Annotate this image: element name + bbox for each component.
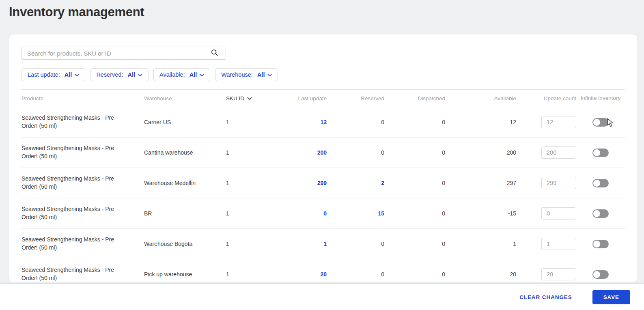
infinite-inventory-toggle[interactable]	[592, 240, 609, 248]
sku-id: 1	[226, 210, 279, 217]
infinite-inventory-toggle[interactable]	[592, 209, 609, 218]
filter-label: Available:	[159, 71, 187, 78]
reserved-value: 15	[327, 210, 384, 217]
reserved-value: 0	[327, 149, 384, 156]
reserved-value: 0	[327, 271, 384, 278]
toggle-knob	[593, 119, 600, 126]
warehouse-name: Warehouse Medellin	[144, 180, 226, 186]
search-button[interactable]	[203, 47, 226, 59]
reserved-value: 2	[327, 180, 384, 186]
product-name: Seaweed Strengthening Masks - Pre Order!…	[22, 205, 144, 221]
table-row: Seaweed Strengthening Masks - Pre Order!…	[22, 168, 625, 198]
warehouse-name: Carrier US	[144, 119, 226, 125]
last-update-value: 0	[279, 210, 327, 217]
dispatched-value: 0	[384, 119, 445, 125]
toggle-knob	[593, 210, 600, 217]
dispatched-value: 0	[384, 149, 445, 156]
table-row: Seaweed Strengthening Masks - Pre Order!…	[22, 138, 625, 168]
filter-label: Last update:	[28, 71, 62, 78]
update-count-input[interactable]	[541, 207, 576, 220]
table-body: Seaweed Strengthening Masks - Pre Order!…	[22, 107, 625, 282]
table-row: Seaweed Strengthening Masks - Pre Order!…	[22, 107, 625, 138]
page-title: Inventory management	[0, 0, 644, 19]
available-value: 12	[445, 119, 516, 125]
search-icon	[211, 49, 218, 57]
product-name: Seaweed Strengthening Masks - Pre Order!…	[22, 175, 144, 191]
column-header-last-update[interactable]: Last update	[279, 95, 327, 101]
last-update-value: 12	[279, 119, 327, 125]
product-name: Seaweed Strengthening Masks - Pre Order!…	[22, 114, 144, 130]
filter-label: Warehouse:	[221, 71, 254, 78]
toggle-knob	[593, 271, 600, 278]
table-row: Seaweed Strengthening Masks - Pre Order!…	[22, 259, 625, 282]
update-count-input[interactable]	[541, 177, 576, 189]
warehouse-name: Cantina warehouse	[144, 149, 226, 156]
filter-value: All	[257, 71, 265, 78]
sku-id: 1	[226, 241, 279, 247]
filter-bar: Last update: All Reserved: All Available…	[22, 68, 625, 81]
warehouse-name: Pick up warehouse	[144, 271, 226, 278]
filter-dropdown-last-update[interactable]: Last update: All	[22, 68, 85, 81]
warehouse-name: Warehouse Bogota	[144, 241, 226, 247]
column-header-available[interactable]: Available	[445, 95, 516, 101]
chevron-down-icon	[75, 71, 79, 78]
column-header-products[interactable]: Products	[22, 95, 144, 101]
last-update-value: 20	[279, 271, 327, 278]
last-update-value: 299	[279, 180, 327, 186]
filter-value: All	[128, 71, 136, 78]
column-header-warehouse[interactable]: Warehouse	[144, 95, 226, 101]
reserved-value: 0	[327, 119, 384, 125]
infinite-inventory-toggle[interactable]	[592, 270, 609, 279]
sku-id: 1	[226, 271, 279, 278]
infinite-inventory-toggle[interactable]	[592, 179, 609, 187]
chevron-down-icon	[267, 71, 272, 78]
chevron-down-icon	[200, 71, 204, 78]
filter-dropdown-available[interactable]: Available: All	[153, 68, 210, 81]
filter-dropdown-warehouse[interactable]: Warehouse: All	[215, 68, 278, 81]
warehouse-name: BR	[144, 210, 226, 217]
column-header-reserved[interactable]: Reserved	[327, 95, 384, 101]
save-button[interactable]: SAVE	[592, 290, 630, 304]
clear-changes-button[interactable]: CLEAR CHANGES	[517, 294, 574, 301]
dispatched-value: 0	[384, 180, 445, 186]
search-input[interactable]	[22, 47, 203, 59]
available-value: -15	[445, 210, 516, 217]
toggle-knob	[593, 241, 600, 248]
sku-id: 1	[226, 119, 279, 125]
sku-id: 1	[226, 180, 279, 186]
update-count-input[interactable]	[541, 116, 576, 128]
last-update-value: 1	[279, 241, 327, 247]
reserved-value: 0	[327, 241, 384, 247]
dispatched-value: 0	[384, 210, 445, 217]
sort-chevron-down-icon	[247, 95, 252, 101]
inventory-card: Last update: All Reserved: All Available…	[9, 34, 637, 282]
search-bar	[22, 47, 226, 60]
infinite-inventory-toggle[interactable]	[592, 118, 609, 127]
product-name: Seaweed Strengthening Masks - Pre Order!…	[22, 236, 144, 252]
column-header-infinite-inventory[interactable]: Infinite inventory	[576, 95, 625, 101]
column-header-dispatched[interactable]: Dispatched	[384, 95, 445, 101]
update-count-input[interactable]	[541, 238, 576, 250]
dispatched-value: 0	[384, 241, 445, 247]
infinite-inventory-toggle[interactable]	[592, 149, 609, 157]
last-update-value: 200	[279, 149, 327, 156]
available-value: 297	[445, 180, 516, 186]
product-name: Seaweed Strengthening Masks - Pre Order!…	[22, 266, 144, 282]
table-row: Seaweed Strengthening Masks - Pre Order!…	[22, 198, 625, 229]
update-count-input[interactable]	[541, 268, 576, 280]
filter-value: All	[190, 71, 197, 78]
available-value: 20	[445, 271, 516, 278]
filter-dropdown-reserved[interactable]: Reserved: All	[90, 68, 149, 81]
column-header-update-count[interactable]: Update count	[516, 95, 576, 101]
table-header: Products Warehouse SKU ID Last update Re…	[22, 89, 625, 107]
available-value: 1	[445, 241, 516, 247]
filter-label: Reserved:	[96, 71, 125, 78]
action-bar: CLEAR CHANGES SAVE	[0, 284, 644, 310]
table-row: Seaweed Strengthening Masks - Pre Order!…	[22, 229, 625, 259]
update-count-input[interactable]	[541, 146, 576, 159]
chevron-down-icon	[138, 71, 142, 78]
filter-value: All	[65, 71, 72, 78]
product-name: Seaweed Strengthening Masks - Pre Order!…	[22, 144, 144, 160]
column-header-sku-id[interactable]: SKU ID	[226, 95, 279, 101]
dispatched-value: 0	[384, 271, 445, 278]
